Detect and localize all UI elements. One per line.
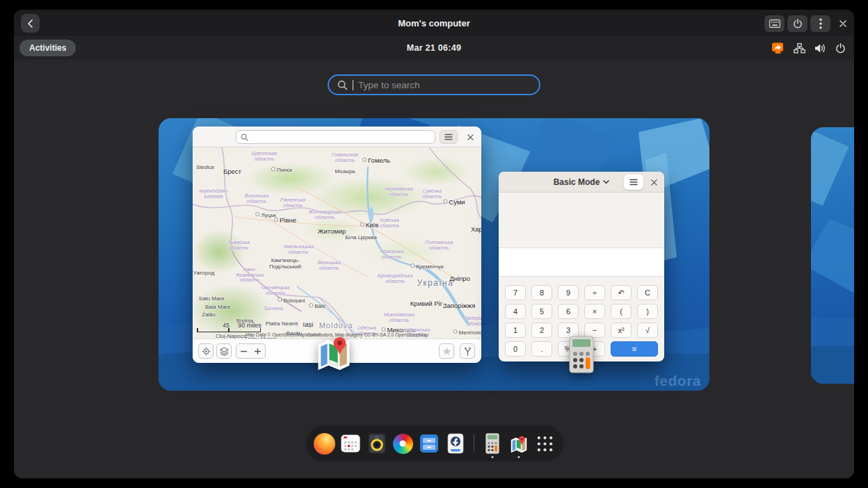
map-label: Біла Церква <box>345 235 376 241</box>
calc-key-([interactable]: ( <box>611 304 632 319</box>
zoom-out-icon <box>240 348 248 355</box>
calc-key-C[interactable]: C <box>637 285 658 300</box>
maps-menu-button[interactable] <box>440 130 458 144</box>
route-icon <box>463 347 472 356</box>
map-label: Івано-Франківська область <box>230 267 269 283</box>
map-label: Хмельницька область <box>279 244 318 254</box>
photos-icon <box>393 434 413 454</box>
search-icon <box>337 80 348 90</box>
calculator-window[interactable]: Basic Mode 789÷↶C456×()123−x²√0.%+= <box>499 172 664 361</box>
files-icon <box>419 433 440 454</box>
map-label: Рівне <box>274 217 296 224</box>
map-label: Кременчук <box>410 263 444 270</box>
map-label: Запорізька область <box>458 316 481 326</box>
close-icon <box>839 20 846 27</box>
dock-item-app-grid[interactable] <box>533 428 556 459</box>
power-options-button[interactable] <box>787 15 807 32</box>
dock-item-files[interactable] <box>418 428 441 459</box>
map-label: Suceava <box>254 306 293 311</box>
dock-item-calculator[interactable] <box>481 428 504 459</box>
volume-icon[interactable] <box>814 43 826 54</box>
dock-item-maps[interactable] <box>508 428 531 459</box>
calendar-icon <box>340 433 361 454</box>
virtual-keyboard-button[interactable] <box>764 15 785 32</box>
firefox-icon <box>314 433 335 455</box>
dock-item-media-writer[interactable] <box>444 428 467 459</box>
map-label: Кривий Ріг <box>410 300 442 307</box>
calc-key-9[interactable]: 9 <box>558 285 579 300</box>
calc-key-4[interactable]: 4 <box>505 304 526 319</box>
power-icon <box>793 19 803 29</box>
next-workspace-thumbnail[interactable] <box>811 127 854 384</box>
maps-window[interactable]: SiedlceБрестПинскМозырьГомельБрестская о… <box>193 127 481 363</box>
calculator-display[interactable] <box>499 248 664 277</box>
calc-key-÷[interactable]: ÷ <box>584 285 605 300</box>
calc-key-8[interactable]: 8 <box>531 285 552 300</box>
calc-key-=[interactable]: = <box>611 341 658 357</box>
status-area <box>771 36 846 60</box>
calc-key-)[interactable]: ) <box>637 304 658 319</box>
map-label: Кам'янець-Подільський <box>263 258 307 270</box>
dock-item-firefox[interactable] <box>313 428 336 459</box>
app-grid-icon <box>536 435 554 453</box>
close-window-button[interactable] <box>833 15 853 32</box>
menu-button[interactable] <box>810 15 830 32</box>
calc-key-×[interactable]: × <box>584 304 605 319</box>
media-writer-icon <box>445 433 466 454</box>
calc-key-√[interactable]: √ <box>637 323 658 338</box>
calc-key-6[interactable]: 6 <box>558 304 579 319</box>
dock-item-rhythmbox[interactable] <box>365 428 388 459</box>
wired-network-icon[interactable] <box>794 43 805 54</box>
map-label: Satu Mare <box>199 296 225 302</box>
maps-app-icon[interactable] <box>313 331 355 373</box>
map-label: Миколаївська область <box>380 312 419 323</box>
map-canvas[interactable]: SiedlceБрестПинскМозырьГомельБрестская о… <box>193 147 481 339</box>
map-label: Baia Mare <box>205 304 230 311</box>
calculator-history-area <box>499 193 664 248</box>
calculator-close-button[interactable] <box>645 174 662 190</box>
route-button[interactable] <box>460 343 475 359</box>
maps-headerbar <box>193 127 481 147</box>
running-indicator <box>492 456 494 458</box>
keyboard-icon <box>769 19 780 28</box>
calc-key-.[interactable]: . <box>531 341 552 357</box>
dock-item-calendar[interactable] <box>339 428 362 459</box>
calc-key-↶[interactable]: ↶ <box>611 285 632 300</box>
clock[interactable]: Mar 21 06:49 <box>14 36 854 60</box>
calc-key-0[interactable]: 0 <box>505 341 526 357</box>
map-label: Луцьк <box>255 212 276 219</box>
maps-close-button[interactable] <box>461 130 479 144</box>
overview-search-field[interactable]: Type to search <box>328 74 540 95</box>
zoom-out-button[interactable] <box>236 343 251 359</box>
calc-key-5[interactable]: 5 <box>531 304 552 319</box>
calc-key-2[interactable]: 2 <box>531 323 552 338</box>
close-icon <box>651 179 657 186</box>
map-label: Харків <box>471 226 481 233</box>
zoom-in-button[interactable] <box>250 343 266 359</box>
screen-share-indicator-icon[interactable] <box>771 42 785 54</box>
calculator-mode-label: Basic Mode <box>554 177 600 187</box>
calculator-menu-button[interactable] <box>624 174 643 190</box>
power-icon[interactable] <box>835 43 846 54</box>
map-label: Iași <box>303 321 314 328</box>
calc-key-x²[interactable]: x² <box>611 323 632 338</box>
locate-button[interactable] <box>198 343 214 359</box>
scale-mid-label: 45 <box>223 322 230 329</box>
dash-separator <box>474 434 474 453</box>
calculator-app-icon[interactable] <box>569 336 594 373</box>
map-label: Кіровоградська область <box>376 273 415 284</box>
layers-icon <box>220 347 229 356</box>
layers-button[interactable] <box>216 343 232 359</box>
maps-search-field[interactable] <box>236 130 435 144</box>
map-label: Україна <box>417 279 454 288</box>
calc-key-1[interactable]: 1 <box>505 323 526 338</box>
text-caret <box>353 80 353 90</box>
calculator-headerbar: Basic Mode <box>499 172 664 193</box>
dock-item-photos[interactable] <box>392 428 415 459</box>
map-label: Чернівецька область <box>256 285 295 295</box>
map-label: Мозырь <box>335 169 355 175</box>
calc-key-7[interactable]: 7 <box>505 285 526 300</box>
favorites-button[interactable] <box>439 343 454 359</box>
maps-icon <box>508 433 529 454</box>
hamburger-menu-icon <box>444 133 453 140</box>
